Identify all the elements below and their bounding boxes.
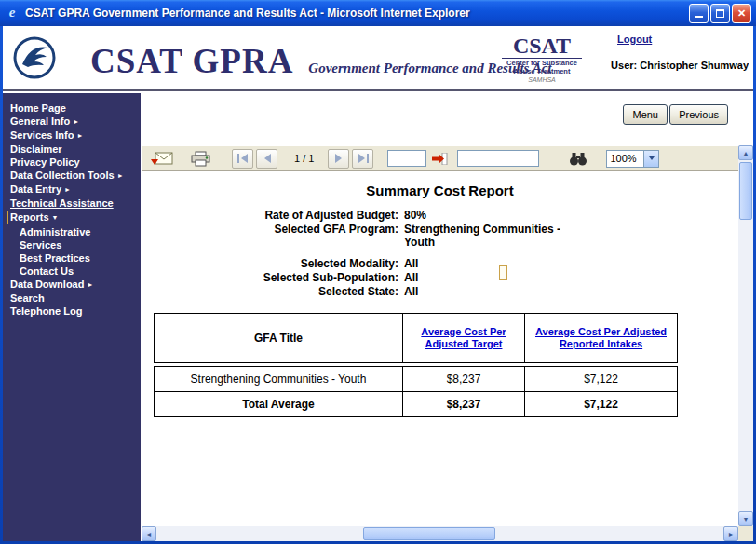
- minimize-button[interactable]: [689, 4, 709, 23]
- sidebar-item-telephone-log[interactable]: Telephone Log: [3, 305, 141, 318]
- goto-page-button[interactable]: [432, 153, 448, 165]
- sidebar-item-search[interactable]: Search: [3, 292, 141, 305]
- table-header-gfa-title: GFA Title: [155, 314, 403, 363]
- report-parameters: Rate of Adjusted Budget: 80% Selected GF…: [142, 209, 738, 298]
- find-button[interactable]: [569, 152, 587, 166]
- sidebar-item-technical-assistance[interactable]: Technical Assistance: [3, 197, 141, 210]
- sidebar-item-general-info[interactable]: General Info►: [3, 115, 141, 129]
- sidebar-item-best-practices[interactable]: Best Practices: [3, 252, 141, 265]
- next-page-icon: [334, 154, 344, 163]
- sidebar-item-administrative[interactable]: Administrative: [3, 225, 141, 238]
- page-header: CSAT GPRA Government Performance and Res…: [3, 26, 753, 91]
- param-label: Selected GFA Program:: [142, 223, 398, 249]
- report-table: GFA Title Average Cost Per Adjusted Targ…: [154, 313, 677, 417]
- chevron-down-icon: [649, 156, 655, 160]
- main-content: Menu Previous: [141, 93, 753, 541]
- print-icon: [190, 151, 211, 167]
- report-field-artifact: [499, 265, 507, 280]
- horizontal-scrollbar[interactable]: ◄ ►: [142, 526, 738, 541]
- scroll-right-button[interactable]: ►: [723, 526, 738, 541]
- binoculars-icon: [569, 152, 587, 166]
- sidebar-item-data-entry[interactable]: Data Entry►: [3, 183, 141, 197]
- sidebar-item-services[interactable]: Services: [3, 238, 141, 252]
- sidebar-item-disclaimer[interactable]: Disclaimer: [3, 143, 141, 156]
- submenu-right-icon: ►: [87, 281, 93, 288]
- csat-logo-sub2: Abuse Treatment: [502, 67, 582, 75]
- sidebar-item-services-info[interactable]: Services Info►: [3, 129, 141, 143]
- table-row-total: Total Average $8,237 $7,122: [155, 392, 678, 417]
- sidebar-nav: Home Page General Info► Services Info► D…: [3, 93, 141, 541]
- csat-logo: CSAT Center for Substance Abuse Treatmen…: [502, 34, 582, 84]
- first-page-icon: [237, 154, 249, 163]
- previous-page-icon: [263, 154, 272, 163]
- brand-block: CSAT GPRA Government Performance and Res…: [90, 41, 551, 81]
- export-icon: [151, 151, 173, 167]
- logout-link[interactable]: Logout: [617, 34, 652, 45]
- sidebar-item-data-collection-tools[interactable]: Data Collection Tools►: [3, 169, 141, 183]
- table-header-avg-cost-per-adjusted-reported-intakes-link[interactable]: Average Cost Per Adjusted Reported Intak…: [527, 326, 675, 350]
- sidebar-item-data-download[interactable]: Data Download►: [3, 278, 141, 292]
- internet-explorer-icon: e: [5, 6, 20, 20]
- goto-page-icon: [432, 153, 448, 165]
- param-label: Selected Sub-Population:: [142, 271, 398, 284]
- current-user-label: User: Christopher Shumway: [611, 60, 749, 71]
- close-button[interactable]: ✕: [732, 4, 751, 23]
- report-table-body: Strengthening Communities - Youth $8,237…: [154, 366, 678, 417]
- scroll-up-button[interactable]: ▲: [738, 145, 753, 160]
- submenu-down-icon: ▼: [52, 214, 59, 221]
- report-title: Summary Cost Report: [142, 183, 738, 198]
- sidebar-item-privacy-policy[interactable]: Privacy Policy: [3, 156, 141, 169]
- zoom-dropdown[interactable]: 100%: [606, 150, 659, 168]
- scrollbar-corner: [738, 526, 753, 541]
- maximize-icon: [716, 9, 724, 18]
- last-page-icon: [358, 154, 369, 163]
- vertical-scrollbar[interactable]: ▲ ▼: [738, 145, 753, 526]
- title-bar[interactable]: e CSAT GPRA Government Performance and R…: [0, 0, 756, 26]
- submenu-right-icon: ►: [117, 172, 124, 179]
- window-title: CSAT GPRA Government Performance and Res…: [25, 7, 689, 20]
- goto-page-input[interactable]: [387, 150, 426, 167]
- param-value: All: [404, 285, 570, 298]
- previous-button[interactable]: Previous: [669, 104, 728, 125]
- maximize-button[interactable]: [710, 4, 730, 23]
- hhs-logo: [12, 35, 57, 84]
- browser-window: e CSAT GPRA Government Performance and R…: [0, 0, 756, 544]
- previous-page-button[interactable]: [256, 149, 277, 169]
- last-page-button[interactable]: [352, 149, 373, 169]
- param-label: Selected State:: [142, 285, 398, 298]
- scroll-left-button[interactable]: ◄: [142, 526, 156, 541]
- param-row: Selected Sub-Population: All: [142, 271, 738, 284]
- cell-gfa-title: Strengthening Communities - Youth: [155, 367, 403, 392]
- zoom-value: 100%: [606, 150, 643, 168]
- param-row: Selected GFA Program: Strengthening Comm…: [142, 223, 738, 249]
- page-actions-bar: Menu Previous: [141, 93, 753, 145]
- param-value: 80%: [404, 209, 570, 222]
- cell-avg-cost-intakes: $7,122: [525, 367, 678, 392]
- param-row: Selected Modality: All: [142, 257, 738, 270]
- report-toolbar: 1 / 1: [142, 145, 738, 171]
- sidebar-item-home-page[interactable]: Home Page: [3, 102, 141, 115]
- csat-logo-name: CSAT: [502, 34, 582, 59]
- param-row: Rate of Adjusted Budget: 80%: [142, 209, 738, 222]
- search-text-input[interactable]: [457, 150, 539, 167]
- first-page-button[interactable]: [232, 149, 253, 169]
- table-row: Strengthening Communities - Youth $8,237…: [155, 367, 678, 392]
- print-button[interactable]: [190, 151, 211, 167]
- next-page-button[interactable]: [328, 149, 349, 169]
- sidebar-item-contact-us[interactable]: Contact Us: [3, 265, 141, 278]
- table-header-avg-cost-per-adjusted-target-link[interactable]: Average Cost Per Adjusted Target: [405, 326, 522, 350]
- cell-avg-cost-target: $8,237: [403, 367, 525, 392]
- sidebar-item-reports[interactable]: Reports▼: [3, 210, 141, 225]
- menu-button[interactable]: Menu: [623, 104, 668, 125]
- vertical-scrollbar-thumb[interactable]: [739, 162, 752, 220]
- report-viewer: 1 / 1: [142, 145, 753, 541]
- zoom-dropdown-button[interactable]: [643, 150, 659, 168]
- brand-title: CSAT GPRA: [90, 41, 293, 81]
- scroll-down-button[interactable]: ▼: [738, 511, 753, 526]
- horizontal-scrollbar-thumb[interactable]: [363, 527, 495, 540]
- param-value: Strengthening Communities - Youth: [404, 223, 570, 249]
- export-button[interactable]: [151, 151, 173, 167]
- page-number-label: 1 / 1: [294, 153, 314, 164]
- param-value: All: [404, 271, 570, 284]
- param-label: Selected Modality:: [142, 257, 398, 270]
